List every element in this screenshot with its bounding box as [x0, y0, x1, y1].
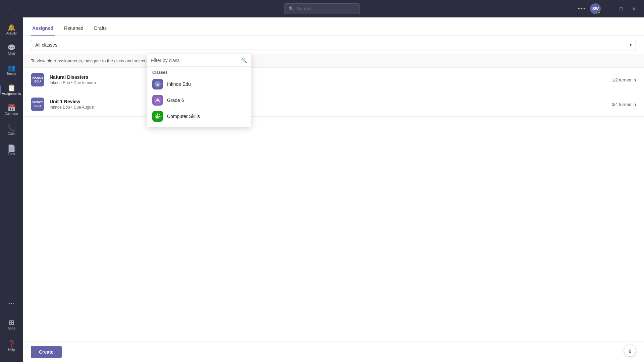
filter-section: All classes ▾ [23, 36, 644, 54]
assignment-status: 1/2 turned in [612, 77, 636, 82]
class-label: Computer Skills [167, 114, 200, 119]
avatar-status [597, 11, 601, 14]
sidebar-item-teams[interactable]: 👥 Teams [2, 60, 21, 79]
inknoe-edu-icon: IE [152, 79, 163, 89]
avatar[interactable]: SW [590, 3, 601, 14]
calendar-icon: 📅 [7, 105, 16, 111]
more-button[interactable]: ••• [578, 5, 586, 12]
dropdown-section-label: Classes [147, 67, 251, 76]
assignment-list: INKNOEEDU Natural Disasters Inknoe Edu •… [23, 68, 644, 342]
files-icon: 📄 [7, 145, 16, 152]
dropdown-class-inknoe[interactable]: IE Inknoe Edu [147, 76, 251, 92]
assignments-icon: 📋 [7, 84, 16, 91]
assignment-title: Natural Disasters [50, 74, 612, 80]
sidebar-item-chat[interactable]: 💬 Chat [2, 40, 21, 59]
filter-by-class-input[interactable] [151, 58, 241, 63]
assignment-avatar: INKNOEEDU [31, 98, 44, 111]
class-filter-panel: 🔍 Classes IE Inknoe Edu Grade 6 Computer [147, 54, 251, 127]
nav-buttons: ← → [5, 4, 27, 13]
class-label: Grade 6 [167, 98, 184, 103]
content-area: Assigned Returned Drafts All classes ▾ T… [23, 17, 644, 362]
app-body: 🔔 Activity 💬 Chat 👥 Teams 📋 Assignments … [0, 17, 644, 362]
back-button[interactable]: ← [5, 4, 15, 13]
sidebar-item-label: Assignments [2, 92, 21, 96]
sidebar-item-label: Chat [8, 52, 15, 55]
assignment-avatar: INKNOEEDU [31, 73, 44, 86]
sidebar-item-label: Calendar [5, 112, 18, 116]
activity-icon: 🔔 [7, 24, 16, 31]
tab-returned[interactable]: Returned [63, 23, 85, 36]
sidebar-item-calendar[interactable]: 📅 Calendar [2, 101, 21, 119]
tab-row: Assigned Returned Drafts [31, 23, 636, 36]
assignment-status: 0/4 turned in [612, 102, 636, 107]
tab-drafts[interactable]: Drafts [93, 23, 108, 36]
assignment-title: Unit 1 Review [50, 99, 612, 104]
tab-assigned[interactable]: Assigned [31, 23, 55, 36]
sidebar-item-more[interactable]: ··· [2, 294, 21, 312]
assignment-item[interactable]: INKNOEEDU Unit 1 Review Inknoe Edu • Due… [23, 92, 644, 117]
titlebar-right: ••• SW − □ ✕ [578, 3, 639, 14]
sidebar-item-activity[interactable]: 🔔 Activity [2, 20, 21, 39]
sidebar-item-files[interactable]: 📄 Files [2, 141, 21, 160]
search-icon: 🔍 [288, 6, 294, 11]
chevron-down-icon: ▾ [630, 43, 632, 47]
maximize-button[interactable]: □ [617, 5, 625, 13]
assignment-item[interactable]: INKNOEEDU Natural Disasters Inknoe Edu •… [23, 68, 644, 92]
sidebar-item-label: Calls [8, 132, 15, 136]
sidebar-item-label: Files [8, 152, 15, 156]
sidebar-bottom: ··· ⊞ Apps ❓ Help [2, 294, 21, 359]
bottom-bar: Create [23, 342, 644, 362]
sidebar-item-assignments[interactable]: 📋 Assignments [2, 80, 21, 99]
filter-search-icon: 🔍 [241, 58, 247, 63]
grade6-icon [152, 95, 163, 106]
titlebar: ← → 🔍 ••• SW − □ ✕ [0, 0, 644, 17]
assignments-header: Assigned Returned Drafts [23, 17, 644, 36]
assignment-meta: Inknoe Edu • Due August [50, 105, 612, 110]
apps-icon: ⊞ [9, 319, 14, 326]
info-icon: ℹ [629, 348, 631, 354]
notice-bar: To view older assignments, navigate to t… [23, 54, 644, 68]
dropdown-class-computer[interactable]: Computer Skills [147, 108, 251, 124]
assignment-info: Natural Disasters Inknoe Edu • Due tomor… [50, 74, 612, 85]
create-button[interactable]: Create [31, 346, 62, 358]
close-button[interactable]: ✕ [629, 5, 639, 13]
chat-icon: 💬 [7, 44, 16, 51]
search-input[interactable] [297, 6, 356, 11]
more-dots-icon: ··· [9, 300, 14, 306]
minimize-button[interactable]: − [605, 5, 613, 13]
class-filter-dropdown[interactable]: All classes ▾ [31, 40, 636, 50]
assignment-meta: Inknoe Edu • Due tomorro [50, 80, 612, 85]
sidebar-item-label: Apps [8, 326, 15, 330]
calls-icon: 📞 [7, 125, 16, 131]
dropdown-filter-row: 🔍 [147, 54, 251, 67]
sidebar-item-apps[interactable]: ⊞ Apps [2, 315, 21, 334]
info-button[interactable]: ℹ [624, 345, 636, 357]
computer-skills-icon [152, 111, 163, 122]
class-label: Inknoe Edu [167, 81, 191, 87]
sidebar-item-calls[interactable]: 📞 Calls [2, 121, 21, 139]
dropdown-class-grade6[interactable]: Grade 6 [147, 92, 251, 108]
sidebar-item-label: Teams [6, 72, 16, 75]
filter-label: All classes [35, 42, 57, 48]
teams-icon: 👥 [7, 64, 16, 71]
search-bar: 🔍 [284, 3, 360, 14]
sidebar: 🔔 Activity 💬 Chat 👥 Teams 📋 Assignments … [0, 17, 23, 362]
help-icon: ❓ [7, 341, 16, 347]
svg-text:IE: IE [156, 83, 159, 86]
sidebar-item-label: Activity [6, 32, 17, 35]
forward-button[interactable]: → [17, 4, 27, 13]
sidebar-item-help[interactable]: ❓ Help [2, 337, 21, 355]
assignment-info: Unit 1 Review Inknoe Edu • Due August [50, 99, 612, 110]
sidebar-item-label: Help [8, 348, 15, 352]
